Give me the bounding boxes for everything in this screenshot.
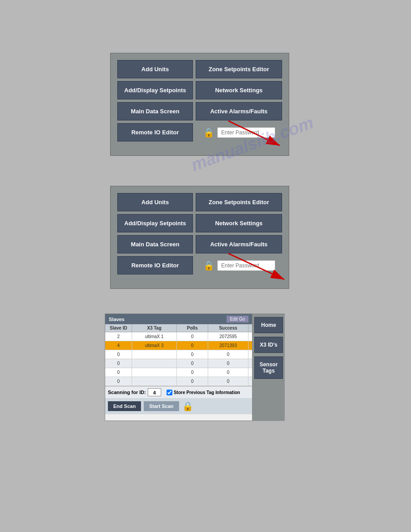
table-row: 0 0 0 bbox=[105, 377, 252, 386]
td-success: 0 bbox=[208, 350, 248, 359]
arrow-2 bbox=[224, 249, 291, 287]
td-x3-tag bbox=[132, 377, 177, 386]
col-slave-id: Slave ID bbox=[105, 324, 132, 332]
td-success: 2071393 bbox=[208, 341, 248, 350]
arrow-1 bbox=[224, 116, 287, 152]
td-slave-id: 0 bbox=[105, 350, 132, 359]
lock-icon-1: 🔒 bbox=[202, 126, 215, 139]
svg-line-3 bbox=[228, 253, 284, 279]
lock-icon-3: 🔒 bbox=[182, 400, 194, 412]
col-polls: Polls bbox=[177, 324, 208, 332]
td-polls: 0 bbox=[177, 341, 208, 350]
td-slave-id: 2 bbox=[105, 332, 132, 341]
td-x3-tag: ultimaX 3 bbox=[132, 341, 177, 350]
scanning-label: Scanning for ID: bbox=[108, 390, 146, 395]
td-success: 0 bbox=[208, 359, 248, 368]
table-row: 0 0 0 bbox=[105, 350, 252, 359]
end-scan-button[interactable]: End Scan bbox=[108, 401, 141, 411]
slaves-header: Slaves Edit Go bbox=[105, 314, 252, 324]
home-button[interactable]: Home bbox=[254, 317, 283, 333]
scanning-id-value: 4 bbox=[148, 388, 161, 396]
start-scan-button[interactable]: Start Scan bbox=[144, 401, 179, 411]
slaves-title: Slaves bbox=[109, 317, 124, 322]
add-display-setpoints-button-1[interactable]: Add/Display Setpoints bbox=[117, 81, 193, 99]
slaves-panel: Slaves Edit Go Slave ID X3 Tag Polls Suc… bbox=[105, 313, 253, 421]
store-label: Store Previous Tag Information bbox=[174, 390, 240, 395]
sensor-tags-button[interactable]: Sensor Tags bbox=[254, 356, 283, 379]
network-settings-button-2[interactable]: Network Settings bbox=[196, 214, 282, 232]
td-x3-tag bbox=[132, 368, 177, 377]
td-x3-tag bbox=[132, 350, 177, 359]
zone-setpoints-editor-button-2[interactable]: Zone Setpoints Editor bbox=[196, 193, 282, 211]
td-slave-id: 0 bbox=[105, 368, 132, 377]
td-slave-id: 0 bbox=[105, 377, 132, 386]
table-row: 0 0 0 bbox=[105, 368, 252, 377]
bottom-btn-row: End Scan Start Scan 🔒 bbox=[105, 398, 252, 414]
table-row: 4 ultimaX 3 0 2071393 bbox=[105, 341, 252, 350]
table-body: 2 ultimaX 1 0 2072595 4 ultimaX 3 0 2071… bbox=[105, 332, 252, 386]
td-x3-tag bbox=[132, 359, 177, 368]
right-sidebar-3: Home X3 ID's Sensor Tags bbox=[253, 313, 285, 421]
main-data-screen-button-1[interactable]: Main Data Screen bbox=[117, 102, 193, 120]
td-success: 2072595 bbox=[208, 332, 248, 341]
td-success: 0 bbox=[208, 368, 248, 377]
store-checkbox[interactable] bbox=[167, 390, 172, 395]
td-polls: 0 bbox=[177, 377, 208, 386]
td-polls: 0 bbox=[177, 332, 208, 341]
table-row: 0 0 0 bbox=[105, 359, 252, 368]
lock-icon-2: 🔒 bbox=[202, 259, 215, 272]
zone-setpoints-editor-button-1[interactable]: Zone Setpoints Editor bbox=[196, 60, 282, 78]
td-success: 0 bbox=[208, 377, 248, 386]
network-settings-button-1[interactable]: Network Settings bbox=[196, 81, 282, 99]
td-polls: 0 bbox=[177, 368, 208, 377]
remote-io-editor-button-2[interactable]: Remote IO Editor bbox=[117, 256, 193, 275]
col-success: Success bbox=[208, 324, 248, 332]
scanning-row: Scanning for ID: 4 Store Previous Tag In… bbox=[105, 386, 252, 398]
main-data-screen-button-2[interactable]: Main Data Screen bbox=[117, 235, 193, 253]
td-polls: 0 bbox=[177, 359, 208, 368]
td-slave-id: 0 bbox=[105, 359, 132, 368]
table-row: 2 ultimaX 1 0 2072595 bbox=[105, 332, 252, 341]
add-units-button-1[interactable]: Add Units bbox=[117, 60, 193, 78]
checkbox-store-row: Store Previous Tag Information bbox=[167, 390, 240, 395]
td-polls: 0 bbox=[177, 350, 208, 359]
remote-io-editor-button-1[interactable]: Remote IO Editor bbox=[117, 123, 193, 142]
col-x3-tag: X3 Tag bbox=[132, 324, 177, 332]
add-display-setpoints-button-2[interactable]: Add/Display Setpoints bbox=[117, 214, 193, 232]
svg-line-1 bbox=[228, 121, 280, 146]
td-slave-id: 4 bbox=[105, 341, 132, 350]
table-header: Slave ID X3 Tag Polls Success bbox=[105, 324, 252, 332]
td-x3-tag: ultimaX 1 bbox=[132, 332, 177, 341]
edit-go-button[interactable]: Edit Go bbox=[227, 316, 248, 322]
add-units-button-2[interactable]: Add Units bbox=[117, 193, 193, 211]
x3ids-button[interactable]: X3 ID's bbox=[254, 337, 283, 353]
